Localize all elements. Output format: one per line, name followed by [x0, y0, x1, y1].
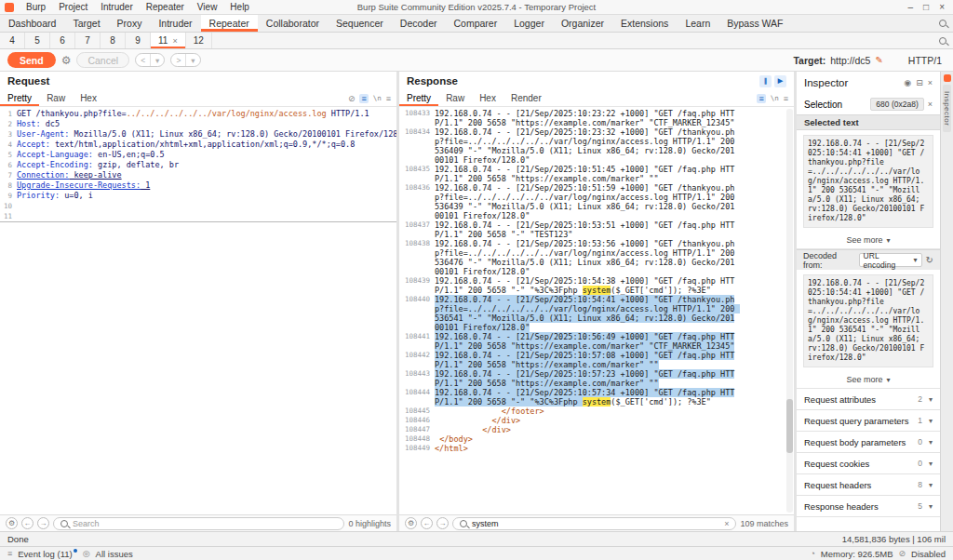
selected-text-header: Selected text: [797, 114, 940, 130]
code-line: 108443192.168.0.74 - - [21/Sep/2025:10:5…: [399, 369, 794, 388]
close-inspector-icon[interactable]: ×: [928, 78, 933, 87]
response-tab-pretty[interactable]: Pretty: [399, 90, 438, 106]
request-tab-hex[interactable]: Hex: [73, 90, 104, 106]
next-match-icon[interactable]: →: [436, 517, 449, 529]
menu-lines-icon[interactable]: ≡: [386, 94, 391, 103]
response-scrollbar[interactable]: [786, 109, 793, 513]
memory-gauge-icon: ◔: [810, 549, 814, 558]
tab-decoder[interactable]: Decoder: [392, 15, 446, 32]
inspector-section-request-cookies[interactable]: Request cookies0▾: [797, 453, 940, 474]
previous-match-icon[interactable]: ←: [421, 517, 433, 529]
selected-text-value: 192.168.0.74 - - [21/Sep/2025:10:54:41 +…: [803, 135, 933, 228]
response-search-input[interactable]: system ×: [452, 517, 736, 530]
close-tab-icon[interactable]: ×: [172, 36, 177, 46]
menu-repeater[interactable]: Repeater: [140, 2, 191, 12]
back-arrow-icon[interactable]: <: [136, 54, 150, 66]
tab-organizer[interactable]: Organizer: [553, 15, 612, 32]
search-settings-icon[interactable]: ⚙: [6, 517, 18, 529]
forward-dropdown-icon[interactable]: ▾: [185, 54, 199, 66]
close-button[interactable]: ×: [939, 2, 945, 12]
search-icon[interactable]: [939, 37, 946, 45]
menu-burp[interactable]: Burp: [20, 2, 52, 12]
tab-logger[interactable]: Logger: [505, 15, 553, 32]
request-editor[interactable]: 1GET /thankyou.php?file=../../../../../.…: [0, 107, 396, 514]
repeater-tab-11[interactable]: 11×: [151, 33, 186, 48]
pin-icon[interactable]: ◉: [904, 78, 911, 87]
menu-lines-icon[interactable]: ≡: [784, 94, 788, 103]
tab-bypass-waf[interactable]: Bypass WAF: [718, 15, 791, 32]
code-line: 108441192.168.0.74 - - [21/Sep/2025:10:5…: [399, 332, 794, 351]
inspector-section-request-attributes[interactable]: Request attributes2▾: [797, 389, 940, 410]
pause-icon[interactable]: ∥: [759, 75, 772, 87]
inspector-section-request-headers[interactable]: Request headers8▾: [797, 474, 940, 496]
inspector-section-request-body-parameters[interactable]: Request body parameters0▾: [797, 432, 940, 453]
wrap-lines-icon[interactable]: ≡: [757, 94, 765, 103]
see-more-button[interactable]: See more▾: [797, 232, 940, 249]
all-issues-button[interactable]: All issues: [96, 549, 133, 559]
repeater-tab-12[interactable]: 12: [186, 33, 212, 48]
request-tab-pretty[interactable]: Pretty: [0, 90, 39, 106]
clear-search-icon[interactable]: ×: [724, 519, 729, 528]
inspector-section-request-query-parameters[interactable]: Request query parameters1▾: [797, 410, 940, 432]
repeater-tab-6[interactable]: 6: [50, 33, 75, 48]
code-line: 108439192.168.0.74 - - [21/Sep/2025:10:5…: [399, 276, 794, 295]
edit-target-icon[interactable]: ✎: [875, 55, 882, 65]
request-search-input[interactable]: Search: [53, 517, 344, 530]
response-tab-raw[interactable]: Raw: [438, 90, 472, 106]
tab-repeater[interactable]: Repeater: [201, 15, 258, 32]
response-tab-render[interactable]: Render: [503, 90, 549, 106]
tab-collaborator[interactable]: Collaborator: [258, 15, 328, 32]
tab-target[interactable]: Target: [64, 15, 108, 32]
menu-project[interactable]: Project: [52, 2, 94, 12]
decoding-select[interactable]: URL encoding▾: [859, 253, 922, 267]
request-tab-raw[interactable]: Raw: [39, 90, 73, 106]
play-icon[interactable]: ▶: [774, 75, 786, 87]
search-settings-icon[interactable]: ⚙: [405, 517, 417, 529]
inspector-section-response-headers[interactable]: Response headers5▾: [797, 496, 940, 517]
tab-intruder[interactable]: Intruder: [150, 15, 200, 32]
minimize-button[interactable]: –: [908, 2, 914, 12]
response-match-count: 109 matches: [740, 519, 788, 528]
rail-tab-inspector[interactable]: Inspector: [943, 85, 951, 132]
menu-view[interactable]: View: [191, 2, 224, 12]
refresh-icon[interactable]: ↻: [926, 255, 933, 265]
gear-icon[interactable]: ⚙: [61, 55, 72, 66]
repeater-tab-4[interactable]: 4: [0, 33, 25, 48]
repeater-tab-5[interactable]: 5: [25, 33, 50, 48]
intercept-status[interactable]: Disabled: [911, 549, 946, 559]
send-button[interactable]: Send: [7, 52, 56, 68]
next-match-icon[interactable]: →: [37, 517, 49, 529]
wrap-lines-icon[interactable]: ≡: [359, 94, 368, 103]
tab-dashboard[interactable]: Dashboard: [0, 15, 64, 32]
intercept-icon: ⊘: [898, 549, 906, 558]
notification-dot-icon: [74, 549, 77, 553]
previous-match-icon[interactable]: ←: [21, 517, 34, 529]
tab-proxy[interactable]: Proxy: [109, 15, 151, 32]
repeater-tab-8[interactable]: 8: [101, 33, 126, 48]
tab-learn[interactable]: Learn: [677, 15, 718, 32]
dock-icon[interactable]: ⊟: [916, 78, 923, 87]
forward-arrow-icon[interactable]: >: [171, 54, 185, 66]
main-content: Request PrettyRawHex ⊘ ≡ \n ≡ 1GET /than…: [0, 72, 953, 531]
code-line: 7Connection: keep-alive: [0, 170, 396, 180]
tab-extensions[interactable]: Extensions: [612, 15, 677, 32]
event-log-button[interactable]: Event log (11): [18, 549, 76, 559]
tab-sequencer[interactable]: Sequencer: [328, 15, 392, 32]
menu-help[interactable]: Help: [223, 2, 256, 12]
clear-selection-icon[interactable]: ×: [928, 100, 933, 109]
search-icon[interactable]: [939, 20, 946, 27]
response-editor[interactable]: 108433192.168.0.74 - - [21/Sep/2025:10:2…: [399, 107, 794, 514]
http-protocol-label[interactable]: HTTP/1: [908, 55, 942, 66]
menu-intruder[interactable]: Intruder: [94, 2, 139, 12]
repeater-tab-7[interactable]: 7: [75, 33, 101, 48]
cancel-button[interactable]: Cancel: [76, 52, 129, 68]
back-dropdown-icon[interactable]: ▾: [150, 54, 164, 66]
maximize-button[interactable]: □: [923, 2, 929, 12]
repeater-tab-9[interactable]: 9: [126, 33, 151, 48]
show-newlines-icon[interactable]: \n: [771, 94, 779, 102]
show-newlines-icon[interactable]: \n: [373, 94, 382, 102]
see-more-button[interactable]: See more▾: [797, 371, 940, 389]
response-tab-hex[interactable]: Hex: [472, 90, 503, 106]
hide-highlights-icon[interactable]: ⊘: [348, 94, 356, 103]
tab-comparer[interactable]: Comparer: [446, 15, 506, 32]
